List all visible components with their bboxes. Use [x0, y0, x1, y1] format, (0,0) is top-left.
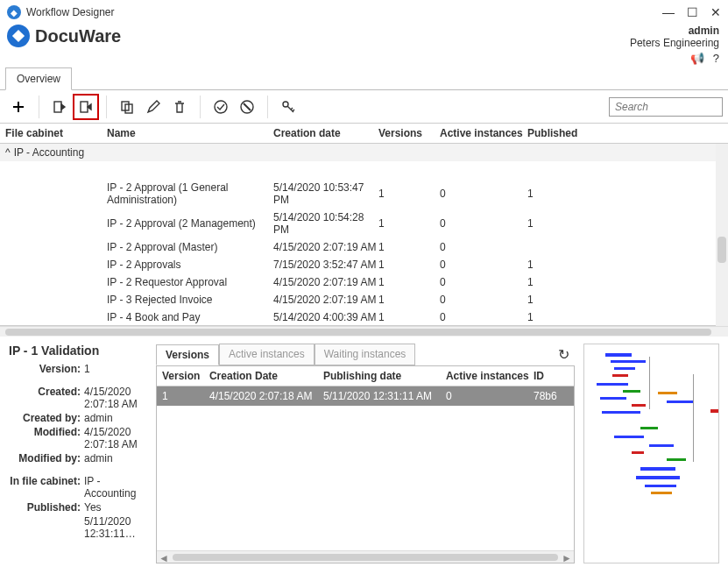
- group-row[interactable]: ^IP - Accounting: [0, 144, 728, 161]
- main-tabs: Overview: [0, 67, 728, 90]
- table-row[interactable]: IP - 1 Validation4/15/2020 2:07:18 AM101: [0, 161, 728, 179]
- delete-button[interactable]: [166, 94, 193, 120]
- details-versions: Versions Active instances Waiting instan…: [156, 344, 575, 563]
- table-row[interactable]: IP - 2 Requestor Approval4/15/2020 2:07:…: [0, 273, 728, 291]
- grid-body[interactable]: ^IP - Accounting IP - 1 Validation4/15/2…: [0, 144, 728, 326]
- workflow-diagram-preview[interactable]: [583, 344, 719, 563]
- user-block: admin Peters Engineering 📢 ?: [630, 25, 719, 65]
- col-published[interactable]: Published: [527, 127, 597, 139]
- col-name[interactable]: Name: [107, 127, 273, 139]
- brand-logo-icon: [7, 25, 30, 47]
- brand: DocuWare: [7, 25, 121, 47]
- svg-point-5: [215, 101, 227, 113]
- refresh-button[interactable]: ↻: [553, 346, 575, 363]
- import-button[interactable]: [46, 94, 73, 120]
- subtab-versions[interactable]: Versions: [156, 344, 219, 365]
- table-row[interactable]: IP - 3 Rejected Invoice4/15/2020 2:07:19…: [0, 291, 728, 308]
- close-button[interactable]: ✕: [710, 5, 721, 19]
- app-icon: ◆: [7, 5, 21, 19]
- table-row[interactable]: IP - 4 Book and Pay5/14/2020 4:00:39 AM1…: [0, 308, 728, 326]
- table-row[interactable]: IP - 2 Approval (1 General Administratio…: [0, 179, 728, 209]
- tab-overview[interactable]: Overview: [5, 67, 72, 90]
- copy-button[interactable]: [114, 94, 140, 120]
- permissions-button[interactable]: [275, 94, 301, 120]
- versions-grid: Version Creation Date Publishing date Ac…: [156, 365, 575, 563]
- svg-rect-1: [54, 102, 61, 112]
- col-active-instances[interactable]: Active instances: [440, 127, 527, 139]
- titlebar: ◆ Workflow Designer — ☐ ✕: [0, 0, 728, 25]
- add-button[interactable]: [5, 94, 32, 120]
- col-file-cabinet[interactable]: File cabinet: [5, 127, 107, 139]
- grid-header: File cabinet Name Creation date Versions…: [0, 124, 728, 144]
- export-button[interactable]: [73, 94, 99, 120]
- search-input[interactable]: [609, 97, 723, 117]
- search-box: [609, 97, 723, 117]
- sub-tabs: Versions Active instances Waiting instan…: [156, 344, 415, 365]
- table-row[interactable]: IP - 2 Approvals7/15/2020 3:52:47 AM101: [0, 256, 728, 273]
- brand-row: DocuWare admin Peters Engineering 📢 ?: [0, 25, 728, 67]
- window-title: Workflow Designer: [26, 6, 114, 18]
- col-creation-date[interactable]: Creation date: [273, 127, 378, 139]
- table-row[interactable]: IP - 2 Approval (Master)4/15/2020 2:07:1…: [0, 238, 728, 256]
- help-icon[interactable]: ?: [713, 52, 719, 65]
- subtab-waiting[interactable]: Waiting instances: [315, 344, 416, 365]
- svg-rect-0: [12, 30, 25, 42]
- announce-icon[interactable]: 📢: [690, 52, 704, 65]
- brand-name: DocuWare: [35, 26, 121, 46]
- user-org: Peters Engineering: [630, 37, 719, 49]
- toolbar: [0, 90, 728, 124]
- horizontal-scrollbar[interactable]: [0, 326, 728, 337]
- subtab-active[interactable]: Active instances: [219, 344, 315, 365]
- unpublish-button[interactable]: [234, 94, 260, 120]
- svg-rect-2: [81, 102, 88, 112]
- details-panel: IP - 1 Validation Version:1 Created:4/15…: [0, 337, 728, 567]
- collapse-icon[interactable]: ^: [5, 146, 11, 159]
- user-name: admin: [630, 25, 719, 37]
- table-row[interactable]: IP - 2 Approval (2 Management)5/14/2020 …: [0, 209, 728, 238]
- versions-grid-row[interactable]: 1 4/15/2020 2:07:18 AM 5/11/2020 12:31:1…: [157, 386, 574, 406]
- minimize-button[interactable]: —: [662, 5, 675, 19]
- edit-button[interactable]: [140, 94, 166, 120]
- maximize-button[interactable]: ☐: [687, 5, 698, 19]
- details-info: IP - 1 Validation Version:1 Created:4/15…: [9, 344, 147, 563]
- versions-grid-header: Version Creation Date Publishing date Ac…: [157, 366, 574, 386]
- vertical-scrollbar[interactable]: [716, 144, 728, 326]
- versions-hscroll[interactable]: ◄►: [157, 550, 574, 563]
- col-versions[interactable]: Versions: [378, 127, 440, 139]
- publish-button[interactable]: [208, 94, 234, 120]
- details-title: IP - 1 Validation: [9, 344, 147, 358]
